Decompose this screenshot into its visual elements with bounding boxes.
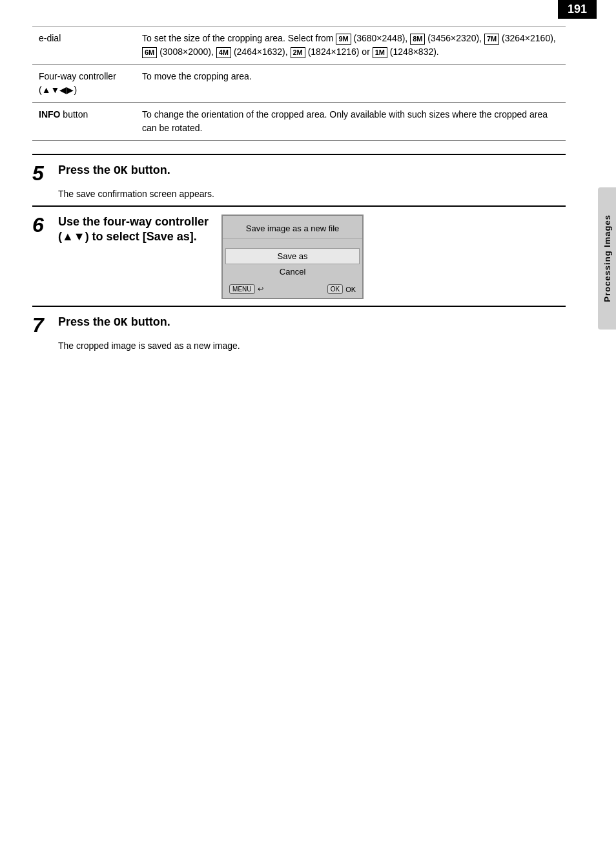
step-6-number: 6 — [32, 215, 50, 235]
badge-7m: 7M — [484, 34, 499, 45]
menu-button-label: MENU — [229, 284, 254, 294]
table-row: Four-way controller(▲▼◀▶) To move the cr… — [32, 65, 566, 103]
dialog-footer: MENU ↩ OK OK — [223, 279, 362, 298]
step-7: 7 Press the OK button. The cropped image… — [32, 306, 566, 351]
step-7-title: Press the OK button. — [58, 315, 170, 330]
dialog-footer-right: OK OK — [327, 284, 356, 294]
camera-dialog: Save image as a new file Save as Cancel … — [221, 215, 364, 299]
step-5-header: 5 Press the OK button. — [32, 163, 566, 183]
step-6-dialog-container: Save image as a new file Save as Cancel … — [221, 215, 364, 299]
chapter-title: Processing Images — [602, 215, 612, 302]
main-content: e-dial To set the size of the cropping a… — [19, 0, 579, 370]
badge-9m: 9M — [336, 34, 351, 45]
ok-text-7: OK — [114, 316, 128, 329]
back-arrow-icon: ↩ — [258, 285, 263, 293]
dialog-title: Save image as a new file — [223, 216, 362, 239]
step-5: 5 Press the OK button. The save confirma… — [32, 154, 566, 199]
step-6-layout: Use the four-way controller(▲▼) to selec… — [58, 215, 364, 299]
table-row: INFO button To change the orientation of… — [32, 103, 566, 141]
step-7-number: 7 — [32, 315, 50, 335]
table-cell-desc: To set the size of the cropping area. Se… — [136, 26, 566, 65]
ok-text-label: OK — [345, 286, 356, 293]
dialog-spacer — [223, 239, 362, 248]
table-row: e-dial To set the size of the cropping a… — [32, 26, 566, 65]
step-6-text: Use the four-way controller(▲▼) to selec… — [58, 215, 209, 245]
step-5-title: Press the OK button. — [58, 163, 170, 178]
badge-8m: 8M — [410, 34, 425, 45]
dialog-footer-left: MENU ↩ — [229, 284, 263, 294]
ok-text: OK — [114, 164, 128, 177]
info-table: e-dial To set the size of the cropping a… — [32, 26, 566, 141]
badge-2m: 2M — [291, 47, 305, 58]
chapter-tab: Processing Images — [598, 187, 616, 330]
step-7-header: 7 Press the OK button. — [32, 315, 566, 335]
table-cell-desc: To change the orientation of the cropped… — [136, 103, 566, 141]
table-cell-desc: To move the cropping area. — [136, 65, 566, 103]
dialog-item-save-as[interactable]: Save as — [225, 248, 360, 264]
step-7-body: The cropped image is saved as a new imag… — [58, 341, 566, 351]
badge-4m: 4M — [216, 47, 231, 58]
step-6: 6 Use the four-way controller(▲▼) to sel… — [32, 205, 566, 299]
table-cell-label: INFO button — [32, 103, 136, 141]
step-5-number: 5 — [32, 163, 50, 183]
badge-6m: 6M — [142, 47, 157, 58]
step-6-title: Use the four-way controller(▲▼) to selec… — [58, 215, 209, 245]
badge-1m: 1M — [373, 47, 387, 58]
table-cell-label: e-dial — [32, 26, 136, 65]
ok-button-label: OK — [327, 284, 343, 294]
step-5-body: The save confirmation screen appears. — [58, 189, 566, 199]
step-6-header: 6 Use the four-way controller(▲▼) to sel… — [32, 215, 566, 299]
table-cell-label: Four-way controller(▲▼◀▶) — [32, 65, 136, 103]
dialog-item-cancel[interactable]: Cancel — [223, 264, 362, 279]
